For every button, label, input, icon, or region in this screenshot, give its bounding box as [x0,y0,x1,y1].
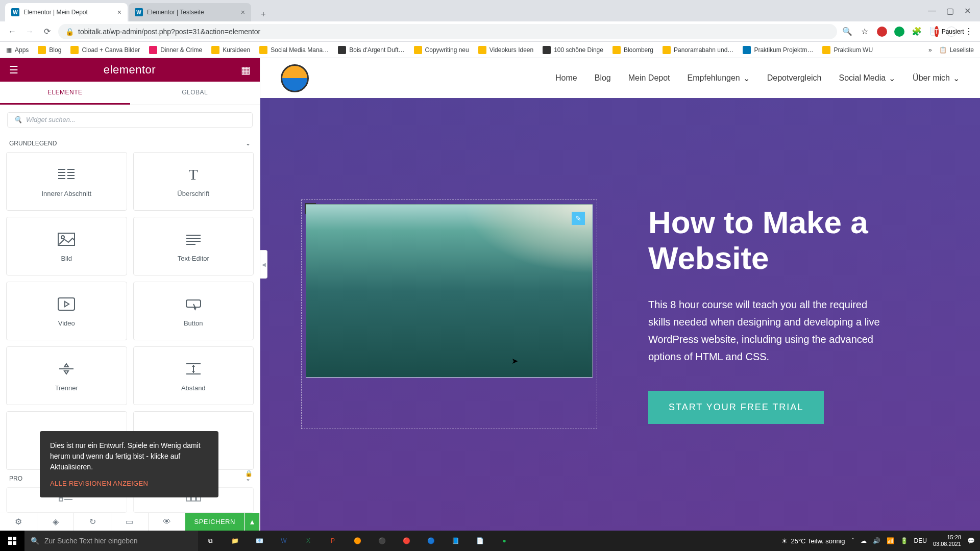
maximize-icon[interactable]: ▢ [946,6,954,16]
spotify-icon[interactable]: ● [492,531,517,551]
minimize-icon[interactable]: ― [928,6,936,16]
nav-empfehlungen[interactable]: Empfehlungen⌄ [688,73,750,83]
excel-icon[interactable]: X [296,531,321,551]
wifi-icon[interactable]: 📶 [887,537,894,544]
bookmark-item[interactable]: Panoramabahn und… [663,46,733,54]
preview-button[interactable]: 👁 [149,513,186,531]
hero-text-column[interactable]: How to Make a Website This 8 hour course… [648,205,939,424]
save-button[interactable]: SPEICHERN [185,513,244,531]
bookmark-item[interactable]: Copywriting neu [414,46,469,54]
start-button[interactable] [0,531,24,551]
video-column[interactable]: ▥ ✎ [301,199,597,429]
widget-inner-section[interactable]: Innerer Abschnitt [6,152,127,211]
extensions-icon[interactable]: 🧩 [912,27,922,37]
zoom-icon[interactable]: 🔍 [842,27,852,37]
tab-global[interactable]: GLOBAL [130,82,260,105]
bookmark-item[interactable]: Praktikum Projektm… [743,46,813,54]
tray-chevron-icon[interactable]: ˄ [851,537,854,544]
task-view-icon[interactable]: ⧉ [198,531,223,551]
notepad-icon[interactable]: 📄 [468,531,492,551]
volume-icon[interactable]: 🔊 [873,537,880,544]
nav-home[interactable]: Home [555,73,577,83]
new-tab-button[interactable]: + [256,7,271,21]
close-icon[interactable]: × [241,8,245,16]
history-button[interactable]: ↻ [74,513,111,531]
widget-divider[interactable]: Trenner [6,346,127,405]
bookmark-item[interactable]: Blog [38,46,61,54]
nav-depotvergleich[interactable]: Depotvergleich [767,73,822,83]
hero-body[interactable]: This 8 hour course will teach you all th… [648,296,883,365]
clock[interactable]: 15:28 03.08.2021 [933,534,961,547]
image-icon [57,230,76,248]
explorer-icon[interactable]: 📁 [223,531,247,551]
widget-video[interactable]: Video [6,282,127,340]
forward-button[interactable]: → [23,26,36,38]
navigator-button[interactable]: ◈ [37,513,75,531]
menu-icon[interactable]: ⋮ [964,27,974,37]
nav-ueber[interactable]: Über mich⌄ [913,73,960,83]
widget-image[interactable]: Bild [6,217,127,276]
bookmarks-overflow-icon[interactable]: » [928,46,932,54]
app-icon[interactable]: 📘 [443,531,468,551]
bookmark-item[interactable]: Kursideen [211,46,250,54]
hamburger-icon[interactable]: ☰ [9,64,18,76]
edge-icon[interactable]: 🔵 [419,531,443,551]
profile-button[interactable]: T Pausiert [946,27,957,37]
powerpoint-icon[interactable]: P [321,531,345,551]
browser-tab-active[interactable]: W Elementor | Mein Depot × [5,3,128,21]
bookmark-item[interactable]: Bloomberg [612,46,653,54]
nav-social[interactable]: Social Media⌄ [839,73,895,83]
tab-elemente[interactable]: ELEMENTE [0,82,130,105]
app-icon[interactable]: 🟠 [345,531,370,551]
hero-section[interactable]: ▥ ✎ How to Make a Website This 8 hour co… [260,98,980,531]
nav-blog[interactable]: Blog [595,73,611,83]
bookmark-item[interactable]: Bois d'Argent Duft… [338,46,404,54]
battery-icon[interactable]: 🔋 [900,537,908,544]
widget-button[interactable]: Button [133,282,254,340]
close-icon[interactable]: ✕ [964,6,971,16]
mail-icon[interactable]: 📧 [247,531,272,551]
onedrive-icon[interactable]: ☁ [861,537,867,544]
settings-button[interactable]: ⚙ [0,513,37,531]
site-logo[interactable] [281,64,309,92]
reload-button[interactable]: ⟳ [41,26,53,38]
weather-widget[interactable]: ☀ 25°C Teilw. sonnig [781,537,845,545]
widget-heading[interactable]: TÜberschrift [133,152,254,211]
reading-list-button[interactable]: 📋Leseliste [939,46,974,54]
collapse-sidebar-button[interactable]: ◀ [260,250,267,279]
chrome-icon[interactable]: 🔴 [394,531,419,551]
section-grundlegend[interactable]: GRUNDLEGEND ⌄ [0,135,260,152]
extension-icon[interactable] [894,27,904,37]
address-bar[interactable]: 🔒 tobitalk.at/wp-admin/post.php?post=31&… [58,24,837,39]
hero-title[interactable]: How to Make a Website [648,205,939,276]
widget-spacer[interactable]: Abstand [133,346,254,405]
app-icon[interactable]: ⚫ [370,531,394,551]
bookmark-item[interactable]: Videokurs Ideen [478,46,534,54]
bookmark-item[interactable]: 100 schöne Dinge [543,46,603,54]
bookmark-item[interactable]: Dinner & Crime [149,46,202,54]
edit-widget-icon[interactable]: ✎ [572,212,585,225]
taskbar-search[interactable]: 🔍 Zur Suche Text hier eingeben [24,531,198,551]
language-indicator[interactable]: DEU [914,537,927,544]
bookmark-item[interactable]: Cload + Canva Bilder [70,46,140,54]
bookmark-item[interactable]: Social Media Mana… [259,46,329,54]
close-icon[interactable]: × [117,8,121,16]
extension-icon[interactable] [877,27,887,37]
apps-button[interactable]: ▦Apps [6,46,29,54]
responsive-button[interactable]: ▭ [111,513,149,531]
save-options-button[interactable]: ▴ [244,513,260,531]
bookmark-item[interactable]: Praktikum WU [822,46,873,54]
revisions-link[interactable]: ALLE REVISIONEN ANZEIGEN [50,479,208,489]
cta-button[interactable]: START YOUR FREE TRIAL [648,391,824,424]
word-icon[interactable]: W [272,531,296,551]
widget-search[interactable]: 🔍 Widget suchen... [7,112,253,128]
video-widget[interactable]: ✎ [306,204,593,378]
widget-text-editor[interactable]: Text-Editor [133,217,254,276]
bookmark-star-icon[interactable]: ☆ [860,27,870,37]
nav-depot[interactable]: Mein Depot [628,73,670,83]
chevron-down-icon: ⌄ [743,73,750,83]
widgets-grid-icon[interactable]: ▦ [241,64,251,76]
notifications-icon[interactable]: 💬 [967,537,975,544]
browser-tab[interactable]: W Elementor | Testseite × [129,3,251,21]
back-button[interactable]: ← [6,26,18,38]
